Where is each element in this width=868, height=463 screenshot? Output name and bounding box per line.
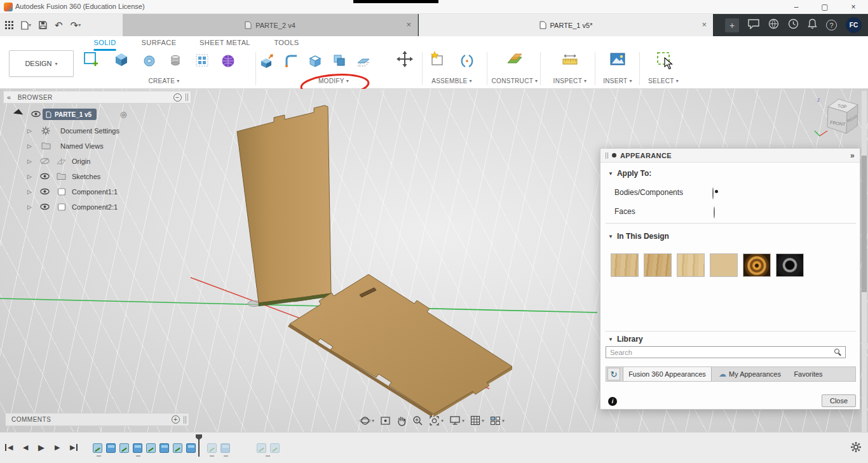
redo-icon[interactable]: ↷ ▾ bbox=[71, 20, 81, 31]
move-copy-icon[interactable] bbox=[397, 51, 413, 70]
library-section[interactable]: ▼ Library bbox=[608, 335, 643, 344]
group-label-construct[interactable]: CONSTRUCT▾ bbox=[492, 76, 538, 85]
visibility-eye-icon[interactable] bbox=[40, 188, 50, 196]
timeline-go-to-start-button[interactable]: ◀ bbox=[5, 441, 13, 453]
timeline-feature-extrude[interactable] bbox=[159, 443, 169, 453]
standing-panel-body[interactable] bbox=[237, 105, 331, 306]
comments-drag-handle[interactable] bbox=[184, 416, 186, 424]
timeline-feature-extrude[interactable] bbox=[106, 443, 116, 453]
grid-settings-icon[interactable]: ▾ bbox=[470, 415, 484, 426]
app-grid-icon[interactable] bbox=[5, 21, 13, 29]
scrollbar-thumb[interactable] bbox=[862, 156, 867, 292]
dialog-drag-handle[interactable] bbox=[606, 152, 608, 159]
appearance-search-input[interactable] bbox=[606, 346, 846, 358]
view-cube[interactable]: TOP FRONT RIGHT Z bbox=[812, 94, 868, 147]
file-menu-icon[interactable]: ▾ bbox=[21, 21, 31, 30]
timeline-feature-suppressed[interactable] bbox=[257, 443, 266, 453]
timeline-feature-sketch[interactable] bbox=[119, 443, 129, 453]
timeline-go-to-end-button[interactable]: ▶ bbox=[70, 441, 78, 453]
pattern-icon[interactable] bbox=[195, 53, 209, 70]
orbit-icon[interactable]: ▾ bbox=[360, 415, 374, 426]
browser-row-document-settings[interactable]: ▷ Document Settings bbox=[3, 124, 191, 137]
visibility-eye-icon[interactable] bbox=[40, 173, 50, 181]
visibility-eye-icon[interactable] bbox=[40, 203, 50, 211]
info-icon[interactable]: i bbox=[608, 397, 617, 406]
hole-icon[interactable] bbox=[168, 53, 182, 70]
swirl-material-swatch[interactable] bbox=[743, 253, 771, 277]
group-label-assemble[interactable]: ASSEMBLE▾ bbox=[431, 76, 472, 85]
select-icon[interactable] bbox=[656, 51, 672, 70]
document-tab-parte2[interactable]: PARTE_2 v4 × bbox=[123, 14, 418, 36]
job-status-icon[interactable] bbox=[768, 18, 779, 32]
browser-row-named-views[interactable]: ▷ Named Views bbox=[3, 140, 191, 152]
press-pull-icon[interactable] bbox=[259, 53, 275, 71]
collapse-browser-icon[interactable]: « bbox=[7, 93, 11, 101]
offset-face-icon[interactable] bbox=[356, 53, 370, 70]
workspace-selector[interactable]: DESIGN ▾ bbox=[9, 50, 74, 77]
refresh-library-icon[interactable]: ↻ bbox=[607, 368, 620, 380]
group-label-select[interactable]: SELECT▾ bbox=[648, 76, 679, 85]
look-at-icon[interactable] bbox=[380, 415, 391, 426]
radio-bodies-components[interactable] bbox=[712, 187, 714, 199]
browser-row-sketches[interactable]: ▷ Sketches bbox=[3, 170, 191, 183]
ribbon-tab-sheet-metal[interactable]: SHEET METAL bbox=[200, 39, 250, 49]
construct-plane-icon[interactable] bbox=[506, 51, 523, 70]
tab-my-appearances[interactable]: ☁ My Appearances bbox=[713, 367, 787, 381]
display-settings-icon[interactable]: ▾ bbox=[449, 415, 465, 426]
wood-swatch-3[interactable] bbox=[677, 253, 705, 277]
save-icon[interactable] bbox=[39, 21, 47, 29]
dock-panel-icon[interactable]: » bbox=[850, 151, 855, 160]
browser-minimize-icon[interactable]: − bbox=[173, 93, 182, 102]
group-label-insert[interactable]: INSERT▾ bbox=[603, 76, 632, 85]
timeline-feature-extrude[interactable] bbox=[186, 443, 196, 453]
browser-row-origin[interactable]: ▷ Origin bbox=[3, 155, 191, 168]
browser-root-row[interactable]: PARTE_1 v5 ◎ bbox=[3, 108, 191, 121]
timeline-feature-suppressed[interactable] bbox=[270, 443, 280, 453]
combine-icon[interactable] bbox=[332, 53, 346, 70]
new-component-icon[interactable] bbox=[429, 51, 445, 70]
group-label-inspect[interactable]: INSPECT▾ bbox=[553, 76, 587, 85]
clock-history-icon[interactable] bbox=[788, 18, 799, 32]
comments-expand-icon[interactable]: + bbox=[172, 415, 180, 424]
radio-faces[interactable] bbox=[714, 206, 715, 218]
help-icon[interactable]: ? bbox=[826, 20, 837, 30]
fillet-icon[interactable] bbox=[284, 53, 298, 70]
comments-bubble-icon[interactable] bbox=[748, 19, 759, 32]
tab-close-icon[interactable]: × bbox=[406, 20, 411, 29]
visibility-eye-icon[interactable] bbox=[31, 111, 41, 119]
browser-panel-header[interactable]: « BROWSER − bbox=[3, 91, 191, 104]
timeline-feature-suppressed[interactable] bbox=[207, 443, 217, 453]
shell-icon[interactable] bbox=[308, 53, 322, 70]
fit-view-icon[interactable]: ▾ bbox=[429, 415, 444, 426]
browser-row-component2[interactable]: ▷ Component2:1 bbox=[3, 201, 191, 213]
group-label-modify[interactable]: MODIFY▾ bbox=[318, 76, 349, 85]
measure-icon[interactable] bbox=[562, 51, 578, 70]
group-label-create[interactable]: CREATE▾ bbox=[149, 76, 180, 85]
canvas-filter-triangle-icon[interactable] bbox=[13, 109, 23, 119]
new-design-tab-button[interactable]: + bbox=[725, 18, 739, 32]
joint-icon[interactable] bbox=[459, 53, 475, 71]
close-dialog-button[interactable]: Close bbox=[822, 394, 856, 407]
ribbon-tab-solid[interactable]: SOLID bbox=[93, 39, 116, 51]
insert-image-icon[interactable] bbox=[609, 51, 626, 70]
timeline-feature-extrude[interactable] bbox=[133, 443, 142, 453]
timeline-step-forward-button[interactable]: ▶ bbox=[55, 441, 60, 453]
in-this-design-section[interactable]: ▼ In This Design bbox=[608, 232, 669, 241]
tab-favorites[interactable]: Favorites bbox=[788, 367, 829, 381]
zoom-icon[interactable] bbox=[412, 415, 423, 426]
revolve-icon[interactable] bbox=[142, 53, 156, 70]
tab-fusion-appearances[interactable]: Fusion 360 Appearances bbox=[623, 367, 712, 381]
apply-to-section[interactable]: ▼ Apply To: bbox=[608, 169, 651, 178]
timeline-play-button[interactable]: ▶ bbox=[38, 441, 44, 453]
wood-swatch-1[interactable] bbox=[611, 253, 639, 277]
undo-icon[interactable]: ↶ bbox=[55, 20, 63, 31]
timeline-feature-sketch[interactable] bbox=[146, 443, 156, 453]
user-avatar[interactable]: FC bbox=[846, 17, 862, 33]
browser-row-component1[interactable]: ▷ Component1:1 bbox=[3, 185, 191, 198]
browser-drag-handle[interactable] bbox=[186, 93, 188, 101]
timeline-step-back-button[interactable]: ◀ bbox=[23, 441, 28, 453]
form-icon[interactable] bbox=[220, 53, 236, 71]
active-document-badge[interactable]: PARTE_1 v5 bbox=[43, 109, 97, 120]
wood-swatch-2[interactable] bbox=[644, 253, 672, 277]
close-window-button[interactable]: × bbox=[844, 0, 863, 14]
